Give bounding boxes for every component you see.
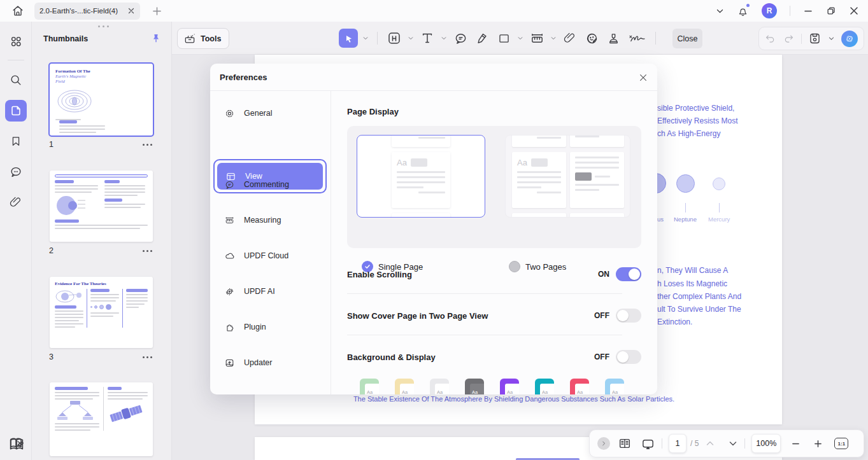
avatar[interactable]: R (762, 3, 777, 18)
row-divider (347, 335, 622, 335)
sidebar-item-dashboard[interactable] (5, 31, 27, 52)
shape-tool-button[interactable] (495, 29, 513, 47)
select-tool-button[interactable] (339, 29, 358, 48)
document-tab[interactable]: 2.0-Earth's-...tic-Field(4) (34, 3, 140, 20)
text-tool-button[interactable] (418, 29, 436, 47)
menu-item-commenting[interactable]: Commenting (210, 174, 331, 195)
thumbnail-page-2[interactable] (50, 171, 153, 242)
menu-label: Commenting (244, 180, 289, 189)
expand-nav-button[interactable] (597, 437, 610, 450)
tab-close-icon[interactable] (127, 7, 135, 15)
thumbnail-page-4[interactable] (50, 382, 153, 456)
save-icon[interactable] (808, 32, 822, 45)
dialog-close-button[interactable] (637, 71, 650, 84)
sticker-tool-button[interactable] (583, 29, 601, 47)
shape-tool-dropdown[interactable] (516, 29, 524, 47)
updf-ai-button[interactable] (841, 31, 858, 47)
measure-tool-dropdown[interactable] (550, 29, 557, 47)
pin-icon[interactable] (151, 33, 161, 45)
bg-swatch-green[interactable]: Aa (360, 379, 379, 394)
ratio-label: 1:1 (834, 438, 848, 449)
thumbnail-page-1[interactable]: Formation Of The Earth's Magnetic Field (50, 64, 153, 136)
next-page-button[interactable] (728, 438, 738, 449)
restore-button[interactable] (826, 6, 836, 16)
highlighter-tool-button[interactable] (473, 29, 491, 47)
updater-icon (224, 358, 235, 368)
show-cover-page-toggle[interactable] (616, 309, 641, 323)
redo-icon[interactable] (783, 32, 795, 45)
open-book-icon (618, 436, 632, 450)
sidebar-item-thumbnails[interactable] (5, 100, 27, 122)
previous-page-button[interactable] (705, 438, 715, 449)
undo-icon[interactable] (764, 32, 776, 45)
notification-dot (746, 4, 750, 7)
signature-tool-button[interactable] (626, 29, 648, 47)
new-tab-button[interactable] (150, 4, 163, 17)
background-display-toggle[interactable] (616, 350, 641, 364)
tools-label: Tools (201, 34, 221, 43)
comment-tool-button[interactable] (452, 29, 469, 47)
notifications-button[interactable] (737, 5, 749, 17)
thumbnail-page-3[interactable]: Evidence For The Theories (50, 277, 153, 348)
zoom-level-input[interactable]: 100% (751, 434, 781, 453)
reader-mode-corner-button[interactable] (8, 435, 25, 453)
menu-item-updf-cloud[interactable]: UPDF Cloud (210, 245, 331, 267)
presentation-button[interactable] (641, 436, 655, 451)
minimize-button[interactable] (803, 6, 813, 16)
stamp-icon (607, 32, 620, 45)
page-number-input[interactable]: 1 (669, 434, 687, 453)
heading-tool-dropdown[interactable] (407, 29, 415, 47)
page-2-more-icon[interactable] (141, 247, 153, 254)
sidebar-item-comments[interactable] (5, 161, 27, 183)
save-dropdown-icon[interactable] (828, 35, 835, 42)
text-tool-dropdown[interactable] (440, 29, 448, 47)
cursor-icon (343, 33, 354, 44)
page-number-1: 1 (49, 140, 53, 149)
bg-swatch-cream[interactable]: Aa (395, 379, 414, 394)
heading-tool-button[interactable] (385, 29, 403, 47)
earth-core-diagram (55, 193, 89, 218)
measure-tool-button[interactable] (528, 29, 546, 47)
enable-scrolling-toggle[interactable] (616, 267, 641, 281)
bg-swatch-teal[interactable]: Aa (535, 379, 554, 394)
gear-icon (224, 108, 235, 119)
menu-item-general[interactable]: General (210, 102, 331, 124)
actual-size-button[interactable]: 1:1 (834, 438, 848, 449)
sidebar-item-attachments[interactable] (5, 192, 27, 213)
attach-tool-button[interactable] (561, 29, 579, 47)
window-close-button[interactable] (849, 6, 859, 16)
zoom-in-button[interactable] (813, 439, 823, 449)
thumbnails-panel-title: Thumbnails (43, 34, 88, 43)
zoom-out-button[interactable] (791, 439, 800, 449)
sticker-smiley-icon (585, 32, 599, 45)
bg-swatch-dark-gray[interactable]: Aa (465, 379, 484, 394)
sidebar-item-search[interactable] (5, 69, 27, 91)
dialog-content: Page Display Aa Aa (331, 91, 657, 394)
planet-mercury (713, 178, 725, 190)
single-page-preview[interactable]: Aa Aa (357, 135, 485, 218)
titlebar-chevron-down-icon[interactable] (716, 7, 724, 15)
home-button[interactable] (10, 3, 25, 18)
page-1-more-icon[interactable] (141, 141, 153, 148)
toolbar-separator-2 (655, 32, 656, 45)
bg-swatch-purple[interactable]: Aa (500, 379, 519, 394)
bg-swatch-light-blue[interactable]: Aa (605, 379, 624, 394)
menu-item-measuring[interactable]: Measuring (210, 209, 331, 231)
tools-button[interactable]: Tools (177, 28, 229, 49)
select-tool-dropdown[interactable] (362, 29, 369, 47)
navbar-separator-2 (744, 438, 745, 449)
menu-item-updf-ai[interactable]: UPDF AI (210, 281, 331, 302)
page-number-2: 2 (49, 246, 53, 255)
menu-item-plugin[interactable]: Plugin (210, 316, 331, 338)
page-layout-button[interactable] (618, 436, 632, 450)
bg-swatch-light-gray[interactable]: Aa (430, 379, 449, 394)
page-3-more-icon[interactable] (141, 354, 153, 361)
close-tools-button[interactable]: Close (672, 29, 702, 48)
bg-swatch-red-pink[interactable]: Aa (570, 379, 589, 394)
stamp-tool-button[interactable] (604, 29, 622, 47)
menu-item-updater[interactable]: Updater (210, 352, 331, 373)
panel-drag-handle-icon[interactable] (98, 25, 109, 27)
sidebar-item-bookmarks[interactable] (5, 130, 27, 152)
two-pages-preview[interactable]: Aa Aa (505, 135, 630, 218)
page-display-heading: Page Display (347, 107, 399, 116)
